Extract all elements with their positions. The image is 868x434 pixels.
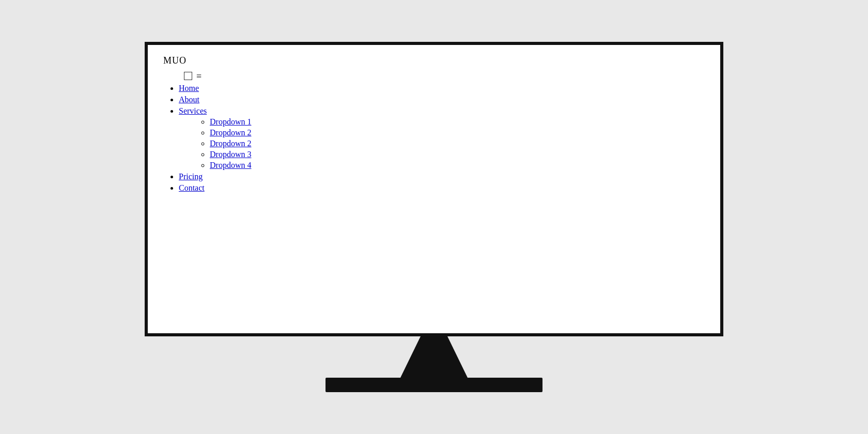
monitor-wrapper: MUO ≡ Home About Services Dropdown 1 [145,42,723,392]
dropdown-link-2[interactable]: Dropdown 2 [210,128,251,137]
dropdown-item-1: Dropdown 1 [210,117,705,127]
monitor-screen: MUO ≡ Home About Services Dropdown 1 [145,42,723,336]
dropdown-link-1[interactable]: Dropdown 1 [210,117,251,126]
dropdown-link-3[interactable]: Dropdown 2 [210,139,251,148]
dropdown-link-4[interactable]: Dropdown 3 [210,150,251,159]
nav-item-about: About [179,95,705,104]
nav-item-pricing: Pricing [179,172,705,181]
nav-link-pricing[interactable]: Pricing [179,172,203,181]
site-logo: MUO [163,55,705,66]
dropdown-item-4: Dropdown 3 [210,150,705,159]
nav-link-home[interactable]: Home [179,84,199,92]
dropdown-item-2: Dropdown 2 [210,128,705,137]
monitor-base [326,378,542,392]
monitor-neck [400,336,468,378]
dropdown-item-3: Dropdown 2 [210,139,705,148]
menu-toggle-row: ≡ [184,71,705,81]
screen-content: MUO ≡ Home About Services Dropdown 1 [148,45,720,333]
dropdown-item-5: Dropdown 4 [210,161,705,170]
dropdown-link-5[interactable]: Dropdown 4 [210,161,251,169]
nav-link-contact[interactable]: Contact [179,183,205,192]
hamburger-icon[interactable]: ≡ [196,71,202,81]
nav-list: Home About Services Dropdown 1 Dropdown … [163,84,705,193]
nav-item-services: Services Dropdown 1 Dropdown 2 Dropdown … [179,106,705,170]
nav-item-contact: Contact [179,183,705,193]
nav-link-services[interactable]: Services [179,106,207,115]
nav-item-home: Home [179,84,705,93]
services-dropdown-list: Dropdown 1 Dropdown 2 Dropdown 2 Dropdow… [179,117,705,170]
checkbox-icon[interactable] [184,72,192,80]
nav-link-about[interactable]: About [179,95,199,104]
